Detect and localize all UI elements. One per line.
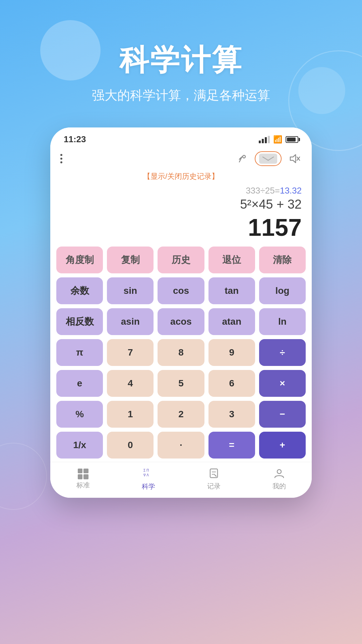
btn-backspace[interactable]: 退位 [208, 247, 255, 273]
btn-remainder[interactable]: 余数 [56, 277, 103, 304]
header-section: 科学计算 强大的科学计算，满足各种运算 [0, 0, 362, 104]
button-row-6: % 1 2 3 − [56, 401, 306, 428]
btn-7[interactable]: 7 [107, 339, 154, 366]
svg-text:Σ Π: Σ Π [143, 469, 149, 472]
main-title: 科学计算 [0, 40, 362, 80]
battery-icon [286, 136, 298, 143]
button-row-5: e 4 5 6 × [56, 370, 306, 397]
btn-add[interactable]: + [259, 432, 306, 459]
status-bar: 11:23 📶 [50, 127, 312, 148]
history-toggle-button[interactable] [255, 151, 282, 166]
standard-icon [78, 469, 88, 479]
nav-standard[interactable]: 标准 [50, 469, 116, 490]
btn-cos[interactable]: cos [158, 277, 204, 304]
btn-pi[interactable]: π [56, 339, 103, 366]
pin-icon-button[interactable] [235, 151, 249, 166]
calc-buttons: 角度制 复制 历史 退位 清除 余数 sin cos tan log 相反数 a… [50, 247, 312, 462]
btn-negate[interactable]: 相反数 [56, 308, 103, 335]
btn-dot[interactable]: · [158, 432, 204, 459]
nav-history-label: 记录 [207, 482, 221, 491]
btn-copy[interactable]: 复制 [107, 247, 154, 273]
btn-9[interactable]: 9 [208, 339, 255, 366]
btn-4[interactable]: 4 [107, 370, 154, 397]
button-row-7: 1/x 0 · = + [56, 432, 306, 459]
status-icons: 📶 [259, 135, 298, 144]
history-icon [208, 468, 220, 480]
science-icon: Σ Π ∇ Λ [143, 467, 154, 481]
btn-tan[interactable]: tan [208, 277, 255, 304]
status-time: 11:23 [64, 134, 86, 145]
history-hint: 【显示/关闭历史记录】 [50, 169, 312, 182]
bottom-nav: 标准 Σ Π ∇ Λ 科学 记录 [50, 462, 312, 498]
svg-line-4 [268, 157, 274, 160]
btn-subtract[interactable]: − [259, 401, 306, 428]
nav-history[interactable]: 记录 [181, 468, 246, 491]
btn-1[interactable]: 1 [107, 401, 154, 428]
btn-asin[interactable]: asin [107, 308, 154, 335]
button-row-4: π 7 8 9 ÷ [56, 339, 306, 366]
btn-log[interactable]: log [259, 277, 306, 304]
btn-multiply[interactable]: × [259, 370, 306, 397]
btn-0[interactable]: 0 [107, 432, 154, 459]
btn-divide[interactable]: ÷ [259, 339, 306, 366]
btn-clear[interactable]: 清除 [259, 247, 306, 273]
btn-angle-mode[interactable]: 角度制 [56, 247, 103, 273]
btn-3[interactable]: 3 [208, 401, 255, 428]
svg-point-0 [243, 155, 245, 158]
nav-standard-label: 标准 [76, 481, 90, 490]
signal-icon [259, 136, 270, 143]
svg-marker-5 [290, 155, 296, 163]
button-row-1: 角度制 复制 历史 退位 清除 [56, 247, 306, 273]
svg-point-13 [277, 470, 281, 474]
btn-reciprocal[interactable]: 1/x [56, 432, 103, 459]
button-row-3: 相反数 asin acos atan ln [56, 308, 306, 335]
btn-8[interactable]: 8 [158, 339, 204, 366]
volume-icon-button[interactable] [287, 151, 302, 166]
nav-profile[interactable]: 我的 [246, 468, 312, 491]
btn-acos[interactable]: acos [158, 308, 204, 335]
wifi-icon: 📶 [273, 135, 282, 144]
btn-sin[interactable]: sin [107, 277, 154, 304]
btn-history[interactable]: 历史 [158, 247, 204, 273]
prev-calculation: 333÷25=13.32 [60, 185, 302, 196]
current-result: 1157 [60, 214, 302, 241]
button-row-2: 余数 sin cos tan log [56, 277, 306, 304]
btn-5[interactable]: 5 [158, 370, 204, 397]
nav-profile-label: 我的 [273, 482, 286, 491]
nav-science[interactable]: Σ Π ∇ Λ 科学 [116, 467, 181, 491]
btn-ln[interactable]: ln [259, 308, 306, 335]
btn-equals[interactable]: = [208, 432, 255, 459]
menu-button[interactable] [60, 154, 62, 163]
btn-2[interactable]: 2 [158, 401, 204, 428]
profile-icon [274, 468, 285, 480]
current-expression: 5²×45 + 32 [60, 197, 302, 212]
sub-title: 强大的科学计算，满足各种运算 [0, 87, 362, 104]
toolbar [50, 148, 312, 169]
btn-atan[interactable]: atan [208, 308, 255, 335]
btn-percent[interactable]: % [56, 401, 103, 428]
toolbar-right [235, 151, 302, 166]
svg-text:∇ Λ: ∇ Λ [143, 473, 149, 477]
display-area: 333÷25=13.32 5²×45 + 32 1157 [50, 182, 312, 247]
btn-e[interactable]: e [56, 370, 103, 397]
bg-wave-2 [0, 443, 47, 510]
btn-6[interactable]: 6 [208, 370, 255, 397]
svg-line-3 [263, 157, 268, 160]
nav-science-label: 科学 [142, 482, 155, 491]
phone-mockup: 11:23 📶 [50, 127, 312, 498]
